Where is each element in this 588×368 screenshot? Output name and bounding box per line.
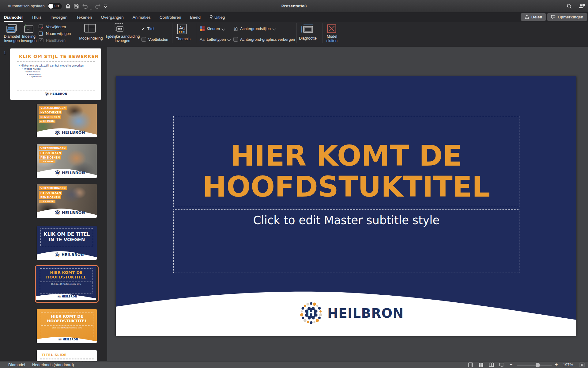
heilbron-logo: H HEILBRON: [55, 129, 85, 135]
thumbnail-photo-layout-1[interactable]: VERZEKERINGEN HYPOTHEKEN PENSIOENEN ... …: [37, 104, 97, 137]
heilbron-logo: H HEILBRON: [299, 301, 404, 325]
svg-text:Aa: Aa: [179, 25, 185, 30]
title-checkbox-label: Titel: [147, 27, 154, 31]
slide-number: 1: [4, 51, 6, 55]
ribbon-divider: [196, 23, 196, 43]
ribbon: Diamodelinvoegen Indelinginvoegen Verwij…: [0, 22, 588, 47]
fonts-label: Lettertypen: [207, 37, 226, 42]
master-layout-icon[interactable]: [84, 24, 96, 33]
statusbar-language[interactable]: Nederlands (standaard): [32, 362, 74, 368]
photo-chips: VERZEKERINGEN HYPOTHEKEN PENSIOENEN ... …: [39, 186, 67, 203]
insert-placeholder-button[interactable]: Tijdelijke aanduidinginvoegen: [103, 34, 142, 43]
heilbron-logo: H HEILBRON: [57, 295, 77, 298]
svg-text:H: H: [57, 131, 58, 134]
share-button[interactable]: Delen: [521, 13, 546, 21]
ribbon-divider: [296, 23, 297, 43]
themes-button[interactable]: Thema's: [172, 37, 195, 41]
thumbnail-title-slide[interactable]: TITEL SLIDE Klikken om de tekststijl van…: [37, 350, 97, 361]
close-master-button[interactable]: Modelsluiten: [322, 34, 341, 43]
hide-background-checkbox[interactable]: Achtergrond-graphics verbergen: [233, 37, 295, 42]
insert-layout-icon[interactable]: [23, 24, 34, 34]
tab-overgangen[interactable]: Overgangen: [100, 15, 124, 20]
tab-invoegen[interactable]: Invoegen: [50, 15, 68, 20]
svg-text:H: H: [58, 296, 60, 297]
normal-view-icon[interactable]: [468, 362, 473, 367]
svg-text:H: H: [57, 212, 58, 214]
zoom-slider[interactable]: [517, 365, 552, 366]
share-button-label: Delen: [531, 15, 542, 19]
tab-tekenen[interactable]: Tekenen: [76, 15, 92, 20]
zoom-slider-thumb[interactable]: [536, 363, 540, 367]
titlebar: Automatisch opslaan UIT Presentatie3: [0, 0, 588, 13]
svg-text:H: H: [57, 172, 58, 174]
preserve-button[interactable]: Handhaven: [39, 38, 66, 43]
zoom-out-button[interactable]: −: [510, 361, 512, 368]
slide-thumbnail-panel: 1 KLIK OM STIJL TE BEWERKEN • Klikken om…: [0, 47, 107, 361]
delete-button[interactable]: Verwijderen: [39, 25, 66, 29]
svg-text:H: H: [56, 254, 58, 256]
fonts-button[interactable]: Aa Lettertypen: [200, 37, 230, 42]
title-placeholder: HIER KOMT DE HOOFDSTUKTITEL: [41, 312, 93, 326]
search-icon[interactable]: [567, 3, 572, 9]
slide-subtitle-placeholder[interactable]: Click to edit Master subtitle style: [173, 209, 519, 273]
close-master-icon[interactable]: [327, 24, 336, 33]
reading-view-icon[interactable]: [489, 362, 494, 367]
tab-thuis[interactable]: Thuis: [31, 15, 42, 20]
thumbnail-photo-layout-3[interactable]: VERZEKERINGEN HYPOTHEKEN PENSIOENEN ... …: [37, 184, 97, 218]
hide-background-label: Achtergrond-graphics verbergen: [240, 37, 295, 42]
fonts-chevron-icon: [228, 38, 231, 41]
statusbar: Diamodel Nederlands (standaard) − + 197%: [0, 361, 588, 368]
tab-uitleg[interactable]: Uitleg: [209, 15, 225, 20]
share-icon: [525, 15, 529, 19]
tab-animaties[interactable]: Animaties: [132, 15, 151, 20]
fit-slide-icon[interactable]: [579, 362, 585, 367]
tab-diamodel[interactable]: Diamodel: [4, 15, 23, 20]
thumbnail-chapter-dark-selected[interactable]: HIER KOMT DE HOOFDSTUKTITEL Click to edi…: [35, 265, 99, 303]
tab-controleren[interactable]: Controleren: [159, 15, 182, 20]
insert-master-icon[interactable]: [6, 24, 18, 34]
subtitle-placeholder: Click to edit Master subtitle style: [40, 282, 92, 293]
background-styles-label: Achtergrondstijlen: [240, 27, 271, 31]
footers-checkbox[interactable]: Voetteksten: [141, 37, 168, 42]
presence-icon[interactable]: [578, 3, 586, 9]
master-body-placeholder: • Klikken om de tekststijl van het model…: [17, 63, 95, 90]
zoom-level[interactable]: 197%: [563, 362, 573, 368]
master-layout-button[interactable]: Modelindeling: [79, 36, 103, 40]
slide-editor[interactable]: HIER KOMT DE HOOFDSTUKTITEL Click to edi…: [116, 76, 576, 336]
check-icon: ✓: [141, 26, 145, 31]
thumbnail-chapter-orange[interactable]: HIER KOMT DE HOOFDSTUKTITEL Click to edi…: [37, 309, 97, 343]
background-styles-button[interactable]: Achtergrondstijlen: [233, 26, 275, 31]
comments-button[interactable]: Opmerkingen: [547, 13, 587, 21]
body-placeholder: Klikken om de tekststijl van het model t…: [40, 359, 94, 361]
heilbron-logo: H HEILBRON: [58, 338, 78, 341]
checkbox-icon: [141, 37, 146, 42]
photo-chips: VERZEKERINGEN HYPOTHEKEN PENSIOENEN ... …: [39, 146, 67, 163]
slide-size-button[interactable]: Diagrootte: [298, 36, 318, 40]
comments-button-label: Opmerkingen: [558, 15, 583, 19]
slide-title-placeholder[interactable]: HIER KOMT DE HOOFDSTUKTITEL: [173, 116, 519, 207]
slide-sorter-icon[interactable]: [478, 362, 484, 367]
themes-icon[interactable]: Aa: [177, 24, 187, 34]
statusbar-view-label[interactable]: Diamodel: [8, 362, 25, 368]
tab-beeld[interactable]: Beeld: [190, 15, 201, 20]
title-placeholder: HIER KOMT DE HOOFDSTUKTITEL: [40, 268, 92, 282]
rename-button[interactable]: Naam wijzigen: [39, 31, 71, 36]
svg-text:H: H: [59, 339, 61, 340]
thumbnail-master[interactable]: KLIK OM STIJL TE BEWERKEN • Klikken om d…: [10, 48, 101, 100]
tab-uitleg-label: Uitleg: [214, 15, 225, 20]
comments-icon: [551, 15, 556, 19]
thumbnail-title-layout[interactable]: KLIK OM DE TITEL IN TE VOEGEN H HEILBRON: [37, 226, 97, 260]
ribbon-tab-row: Diamodel Thuis Invoegen Tekenen Overgang…: [0, 12, 588, 22]
thumbnail-photo-layout-2[interactable]: VERZEKERINGEN HYPOTHEKEN PENSIOENEN ... …: [37, 144, 97, 178]
insert-placeholder-icon[interactable]: [115, 23, 125, 33]
lightbulb-icon: [209, 15, 213, 20]
powerpoint-window: Automatisch opslaan UIT Presentatie3: [0, 0, 588, 368]
title-checkbox[interactable]: ✓ Titel: [141, 26, 154, 31]
zoom-in-button[interactable]: +: [555, 361, 558, 368]
slide-size-icon[interactable]: [301, 25, 314, 33]
slide-title-text: HIER KOMT DE HOOFDSTUKTITEL: [174, 140, 519, 202]
insert-layout-button[interactable]: Indelinginvoegen: [18, 34, 40, 43]
colors-button[interactable]: Kleuren: [200, 26, 224, 31]
slideshow-icon[interactable]: [499, 362, 504, 367]
title-placeholder: TITEL SLIDE: [40, 352, 94, 358]
